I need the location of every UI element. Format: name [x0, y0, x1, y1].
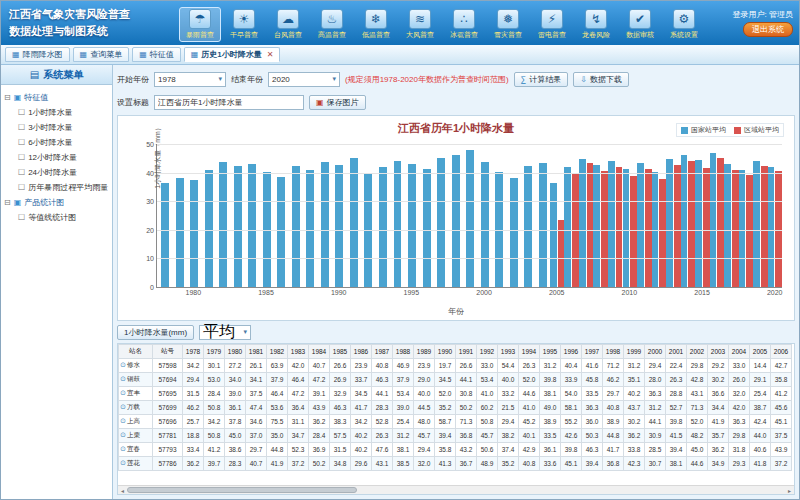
toolbar-item-typhoon[interactable]: ☁台风普查	[267, 7, 309, 42]
column-header-year[interactable]: 1996	[561, 345, 582, 359]
column-header-year[interactable]: 1991	[456, 345, 477, 359]
toolbar-item-cold[interactable]: ❄低温普查	[355, 7, 397, 42]
row-select-radio-icon[interactable]: ⊙	[120, 375, 126, 382]
table-row[interactable]: ⊙上栗5778118.850.845.037.035.034.728.457.5…	[119, 429, 792, 443]
row-select-radio-icon[interactable]: ⊙	[120, 431, 126, 438]
row-select-radio-icon[interactable]: ⊙	[120, 403, 126, 410]
column-header-station[interactable]: 站名	[119, 345, 153, 359]
table-row[interactable]: ⊙宜春5779333.441.238.629.744.852.336.931.5…	[119, 443, 792, 457]
column-header-year[interactable]: 2001	[666, 345, 687, 359]
checkbox-icon[interactable]: ☐	[18, 180, 25, 195]
tree-item-0-0[interactable]: ☐1小时降水量	[4, 105, 109, 120]
toolbar-item-rainstorm[interactable]: ☂暴雨普查	[179, 7, 221, 42]
checkbox-icon[interactable]: ☐	[18, 120, 25, 135]
toolbar-item-heat[interactable]: ♨高温普查	[311, 7, 353, 42]
column-header-year[interactable]: 1992	[477, 345, 498, 359]
toolbar-item-tornado[interactable]: ↯龙卷风险	[575, 7, 617, 42]
column-header-year[interactable]: 1981	[246, 345, 267, 359]
column-header-year[interactable]: 1987	[372, 345, 393, 359]
column-header-year[interactable]: 1979	[204, 345, 225, 359]
aggregation-select[interactable]: 平均 ▾	[199, 325, 251, 340]
end-year-select[interactable]: 2020 ▾	[268, 72, 340, 87]
column-header-year[interactable]: 2000	[645, 345, 666, 359]
checkbox-icon[interactable]: ☐	[18, 150, 25, 165]
column-header-year[interactable]: 1995	[540, 345, 561, 359]
save-image-button[interactable]: ▣ 保存图片	[309, 95, 366, 110]
value-cell: 38.1	[540, 387, 561, 401]
column-header-year[interactable]: 1997	[582, 345, 603, 359]
row-select-radio-icon[interactable]: ⊙	[120, 459, 126, 466]
metric-filter-button[interactable]: 1小时降水量(mm)	[117, 325, 194, 340]
column-header-year[interactable]: 1993	[498, 345, 519, 359]
toolbar-item-drought[interactable]: ☀干旱普查	[223, 7, 265, 42]
checkbox-icon[interactable]: ☐	[18, 105, 25, 120]
toolbar-item-wind[interactable]: ≋大风普查	[399, 7, 441, 42]
scroll-left-arrow-icon[interactable]: ◂	[118, 487, 127, 494]
column-header-year[interactable]: 1984	[309, 345, 330, 359]
toolbar-item-settings[interactable]: ⚙系统设置	[663, 7, 705, 42]
tree-item-0-1[interactable]: ☐3小时降水量	[4, 120, 109, 135]
column-header-year[interactable]: 1978	[183, 345, 204, 359]
toolbar-item-lightning[interactable]: ⚡雷电普查	[531, 7, 573, 42]
toolbar-item-snow[interactable]: ❅雪灾普查	[487, 7, 529, 42]
row-select-radio-icon[interactable]: ⊙	[120, 389, 126, 396]
tab-0[interactable]: ▦降雨降水图	[5, 47, 70, 62]
column-header-year[interactable]: 1985	[330, 345, 351, 359]
expander-icon[interactable]: ⊟	[4, 90, 11, 105]
column-header-year[interactable]: 1998	[603, 345, 624, 359]
column-header-year[interactable]: 1988	[393, 345, 414, 359]
tree-item-0-2[interactable]: ☐6小时降水量	[4, 135, 109, 150]
tree-item-1-0[interactable]: ☐等值线统计图	[4, 210, 109, 225]
row-select-radio-icon[interactable]: ⊙	[120, 417, 126, 424]
table-row[interactable]: ⊙万载5769946.250.836.147.453.636.443.946.3…	[119, 401, 792, 415]
checkbox-icon[interactable]: ☐	[18, 210, 25, 225]
download-data-button[interactable]: ⇩ 数据下载	[573, 72, 629, 87]
column-header-year[interactable]: 1990	[435, 345, 456, 359]
column-header-id[interactable]: 站号	[153, 345, 183, 359]
column-header-year[interactable]: 1999	[624, 345, 645, 359]
table-row[interactable]: ⊙修水5759834.230.127.226.163.942.040.726.6…	[119, 359, 792, 373]
scrollbar-track[interactable]	[127, 486, 785, 494]
column-header-year[interactable]: 2003	[708, 345, 729, 359]
column-header-year[interactable]: 2002	[687, 345, 708, 359]
start-year-select[interactable]: 1978 ▾	[154, 72, 226, 87]
column-header-year[interactable]: 1994	[519, 345, 540, 359]
tab-close-icon[interactable]: ✕	[267, 50, 274, 59]
calculate-button[interactable]: ∑ 计算结果	[514, 72, 569, 87]
column-header-year[interactable]: 2004	[729, 345, 750, 359]
column-header-year[interactable]: 2005	[750, 345, 771, 359]
bar-national	[190, 180, 198, 287]
tab-1[interactable]: ▦查询菜单	[73, 47, 130, 62]
chart-title-input[interactable]	[154, 95, 304, 110]
value-cell: 29.6	[351, 457, 372, 471]
toolbar-item-audit[interactable]: ✔数据审核	[619, 7, 661, 42]
scrollbar-thumb[interactable]	[127, 487, 357, 493]
row-select-radio-icon[interactable]: ⊙	[120, 445, 126, 452]
checkbox-icon[interactable]: ☐	[18, 165, 25, 180]
checkbox-icon[interactable]: ☐	[18, 135, 25, 150]
column-header-year[interactable]: 1980	[225, 345, 246, 359]
scroll-right-arrow-icon[interactable]: ▸	[785, 487, 794, 494]
tree-item-0-3[interactable]: ☐12小时降水量	[4, 150, 109, 165]
table-row[interactable]: ⊙宜丰5769531.528.439.037.546.447.239.132.9…	[119, 387, 792, 401]
bar-national	[753, 161, 760, 287]
logout-button[interactable]: 退出系统	[743, 22, 793, 37]
table-row[interactable]: ⊙上高5769625.734.237.834.675.531.136.238.3…	[119, 415, 792, 429]
tree-group-0[interactable]: ⊟▣特征值	[4, 90, 109, 105]
expander-icon[interactable]: ⊟	[4, 195, 11, 210]
row-select-radio-icon[interactable]: ⊙	[120, 361, 126, 368]
tab-2[interactable]: ▦特征值	[132, 47, 181, 62]
toolbar-item-hail[interactable]: ∴冰雹普查	[443, 7, 485, 42]
table-row[interactable]: ⊙莲花5778636.239.728.340.741.937.250.234.8…	[119, 457, 792, 471]
column-header-year[interactable]: 1983	[288, 345, 309, 359]
tree-item-0-5[interactable]: ☐历年暴雨过程平均雨量	[4, 180, 109, 195]
tree-group-1[interactable]: ⊟▣产品统计图	[4, 195, 109, 210]
column-header-year[interactable]: 1982	[267, 345, 288, 359]
table-row[interactable]: ⊙铜鼓5769429.453.034.034.137.946.447.226.9…	[119, 373, 792, 387]
tab-3[interactable]: ▦历史1小时降水量✕	[184, 47, 281, 62]
column-header-year[interactable]: 1989	[414, 345, 435, 359]
column-header-year[interactable]: 2006	[771, 345, 792, 359]
column-header-year[interactable]: 1986	[351, 345, 372, 359]
value-cell: 28.4	[204, 387, 225, 401]
tree-item-0-4[interactable]: ☐24小时降水量	[4, 165, 109, 180]
